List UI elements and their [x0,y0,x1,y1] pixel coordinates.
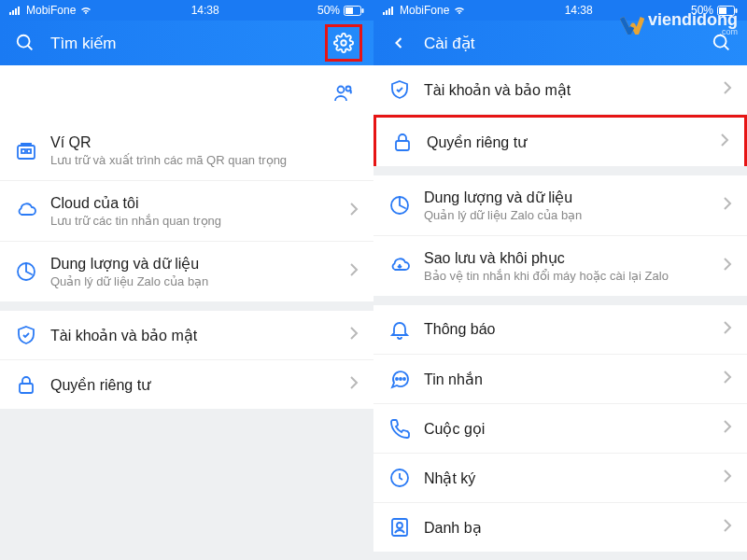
left-row-1[interactable]: Cloud của tôiLưu trữ các tin nhắn quan t… [0,181,374,242]
svg-point-28 [396,378,398,380]
contacts-icon [388,516,411,539]
row-text: Cloud của tôiLưu trữ các tin nhắn quan t… [50,194,336,228]
row-title: Quyền riêng tư [427,133,707,151]
call-icon [388,417,411,440]
svg-rect-18 [386,10,388,15]
search-placeholder[interactable]: Tìm kiếm [50,34,314,53]
screen-search: MobiFone 14:38 50% Tìm kiếm Ví QRLưu trữ… [0,0,374,560]
lock-icon [15,373,37,396]
lock-icon [391,131,414,153]
chevron-right-icon [349,326,359,344]
chevron-right-icon [723,320,732,339]
svg-rect-3 [18,7,20,15]
bell-icon [388,318,411,341]
row-text: Quyền riêng tư [427,133,707,151]
left-row-3[interactable]: Tài khoản và bảo mật [0,311,374,360]
chevron-right-icon [349,202,359,220]
diary-icon [388,467,411,489]
shield-icon [15,324,37,346]
svg-rect-2 [15,8,17,15]
right-row-1[interactable]: Quyền riêng tư [374,115,747,166]
row-text: Danh bạ [424,519,710,537]
right-row-0[interactable]: Tài khoản và bảo mật [374,65,747,115]
row-subtitle: Lưu trữ và xuất trình các mã QR quan trọ… [50,153,359,167]
svg-rect-12 [18,146,35,159]
svg-rect-5 [345,7,353,14]
left-row-0[interactable]: Ví QRLưu trữ và xuất trình các mã QR qua… [0,121,374,181]
shield-icon [388,78,411,101]
battery-icon [344,6,364,16]
screen-settings: MobiFone 14:38 50% Cài đặt Tài khoản và … [374,0,747,560]
friend-icon [332,82,355,105]
left-content: Ví QRLưu trữ và xuất trình các mã QR qua… [0,65,374,560]
chevron-right-icon [723,257,732,275]
chevron-right-icon [349,262,359,281]
right-row-7[interactable]: Nhật ký [374,454,747,503]
settings-section: Thông báoTin nhắnCuộc gọiNhật kýDanh bạ [374,305,747,552]
row-title: Tài khoản và bảo mật [424,81,710,99]
left-row-2[interactable]: Dung lượng và dữ liệuQuản lý dữ liệu Zal… [0,242,374,301]
search-icon[interactable] [11,29,39,57]
row-text: Sao lưu và khôi phụcBảo vệ tin nhắn khi … [424,249,710,283]
row-title: Ví QR [50,134,359,151]
row-title: Dung lượng và dữ liệu [50,255,336,273]
data-icon [388,194,411,217]
svg-line-25 [725,46,729,50]
svg-point-9 [341,40,346,46]
svg-rect-14 [27,149,31,153]
carrier-label: MobiFone [400,4,449,17]
row-subtitle: Bảo vệ tin nhắn khi đổi máy hoặc cài lại… [424,269,710,283]
qr-wallet-icon [15,140,37,162]
settings-icon[interactable] [325,24,362,62]
row-text: Dung lượng và dữ liệuQuản lý dữ liệu Zal… [50,255,336,288]
right-content: Tài khoản và bảo mậtQuyền riêng tưDung l… [374,65,747,560]
watermark-logo-icon [620,16,644,33]
row-title: Cloud của tôi [50,194,336,212]
friend-suggestion-row[interactable] [0,65,374,121]
carrier-label: MobiFone [26,4,76,17]
right-row-4[interactable]: Thông báo [374,305,747,355]
cloud-icon [15,200,37,222]
svg-point-29 [400,378,402,380]
svg-rect-32 [392,519,407,536]
right-row-6[interactable]: Cuộc gọi [374,404,747,454]
wifi-icon [79,6,92,15]
svg-point-30 [403,378,405,380]
chevron-right-icon [723,518,732,537]
signal-icon [9,6,22,15]
row-text: Tin nhắn [424,371,710,388]
chevron-right-icon [723,370,732,388]
wifi-icon [453,6,466,15]
row-text: Nhật ký [424,469,710,487]
right-row-5[interactable]: Tin nhắn [374,355,747,404]
row-text: Dung lượng và dữ liệuQuản lý dữ liệu Zal… [424,189,710,222]
signal-icon [383,6,396,15]
cloud-restore-icon [388,255,411,277]
status-bar: MobiFone 14:38 50% [0,0,374,21]
battery-label: 50% [317,4,340,17]
right-list: Tài khoản và bảo mậtQuyền riêng tưDung l… [374,65,747,552]
chevron-right-icon [723,419,732,438]
chevron-right-icon [723,196,732,215]
svg-point-10 [338,87,345,93]
svg-rect-6 [362,8,364,13]
row-title: Tài khoản và bảo mật [50,327,336,344]
chevron-right-icon [349,375,359,394]
settings-section: Tài khoản và bảo mậtQuyền riêng tư [374,65,747,166]
row-text: Ví QRLưu trữ và xuất trình các mã QR qua… [50,134,359,167]
svg-point-33 [397,523,402,528]
row-subtitle: Lưu trữ các tin nhắn quan trọng [50,214,336,228]
settings-section: Dung lượng và dữ liệuQuản lý dữ liệu Zal… [374,175,747,296]
row-text: Tài khoản và bảo mật [50,327,336,344]
right-row-3[interactable]: Sao lưu và khôi phụcBảo vệ tin nhắn khi … [374,236,747,296]
search-header: Tìm kiếm [0,21,374,65]
row-subtitle: Quản lý dữ liệu Zalo của bạn [424,208,710,222]
right-row-2[interactable]: Dung lượng và dữ liệuQuản lý dữ liệu Zal… [374,175,747,236]
back-icon[interactable] [385,29,413,57]
left-row-4[interactable]: Quyền riêng tư [0,360,374,409]
row-title: Thông báo [424,321,710,338]
svg-line-8 [28,46,33,50]
row-title: Tin nhắn [424,371,710,388]
right-row-8[interactable]: Danh bạ [374,503,747,552]
svg-rect-19 [388,8,390,15]
